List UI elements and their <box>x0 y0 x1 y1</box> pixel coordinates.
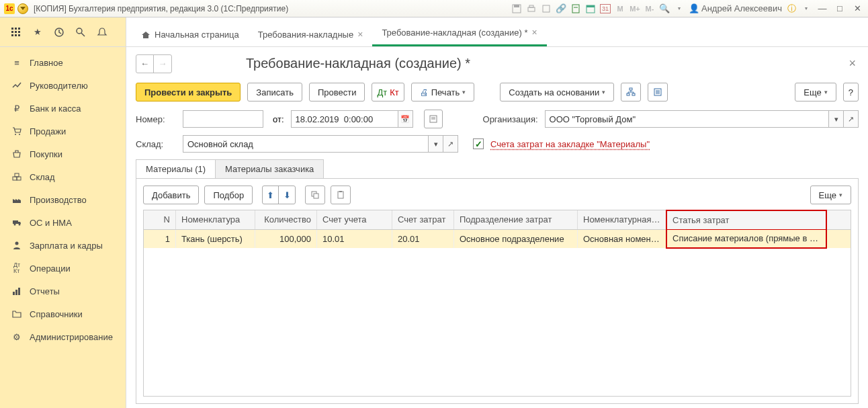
warehouse-field[interactable] <box>183 135 429 153</box>
tab-close-icon[interactable]: × <box>532 27 537 38</box>
dropdown-icon[interactable]: ▾ <box>429 135 443 153</box>
move-down-button[interactable]: ⬇ <box>279 186 295 204</box>
folder-icon <box>11 308 23 320</box>
create-on-basis-button[interactable]: Создать на основании▾ <box>500 83 614 101</box>
registry-button[interactable] <box>424 110 443 128</box>
print-icon[interactable] <box>526 3 537 14</box>
org-field[interactable] <box>545 110 829 128</box>
calendar-picker-icon[interactable]: 📅 <box>398 110 413 128</box>
svg-rect-15 <box>11 34 13 36</box>
add-button[interactable]: Добавить <box>143 186 199 204</box>
tab-home[interactable]: Начальная страница <box>132 21 249 46</box>
tab-close-icon[interactable]: × <box>357 29 363 40</box>
link-icon[interactable]: 🔗 <box>556 3 566 14</box>
col-header-cost-acc[interactable]: Счет затрат <box>392 210 454 229</box>
history-icon[interactable] <box>52 26 66 39</box>
svg-rect-10 <box>15 28 17 30</box>
sidebar-item-main[interactable]: ≡Главное <box>0 51 126 74</box>
save-icon[interactable] <box>511 3 522 14</box>
subtab-customer-materials[interactable]: Материалы заказчика <box>215 159 324 178</box>
open-icon[interactable]: ↗ <box>844 110 859 128</box>
sidebar-item-operations[interactable]: ДтКтОперации <box>0 257 126 280</box>
table-more-button[interactable]: Еще▾ <box>810 186 851 204</box>
zoom-dd-icon[interactable]: ▾ <box>674 3 685 14</box>
col-header-n[interactable]: N <box>144 210 176 229</box>
col-header-nom[interactable]: Номенклатура <box>176 210 255 229</box>
move-up-button[interactable]: ⬆ <box>263 186 279 204</box>
chart-icon <box>11 79 23 91</box>
post-button[interactable]: Провести <box>309 83 365 101</box>
boxes-icon <box>11 171 23 183</box>
help-button[interactable]: ? <box>843 83 859 101</box>
calendar-icon[interactable] <box>585 3 596 14</box>
tab-list-label: Требования-накладные <box>258 30 353 40</box>
window-title: [КОПИЯ] Бухгалтерия предприятия, редакци… <box>34 4 511 13</box>
write-button[interactable]: Записать <box>247 83 302 101</box>
number-field[interactable] <box>183 110 263 128</box>
col-header-st[interactable]: Статья затрат <box>666 210 827 230</box>
select-button[interactable]: Подбор <box>204 186 253 204</box>
m-icon[interactable]: M <box>615 3 625 14</box>
sidebar-item-catalogs[interactable]: Справочники <box>0 302 126 325</box>
m-minus-icon[interactable]: M- <box>644 3 655 14</box>
sidebar-item-manager[interactable]: Руководителю <box>0 74 126 97</box>
print-button[interactable]: 🖨Печать▾ <box>411 83 475 101</box>
sidebar-item-production[interactable]: Производство <box>0 188 126 211</box>
preview-icon[interactable] <box>541 3 552 14</box>
sidebar-item-assets[interactable]: ОС и НМА <box>0 211 126 234</box>
bell-icon[interactable] <box>95 26 109 39</box>
back-button[interactable]: ← <box>136 55 154 73</box>
tab-list[interactable]: Требования-накладные × <box>249 20 373 46</box>
sidebar-item-admin[interactable]: ⚙Администрирование <box>0 325 126 348</box>
forward-button[interactable]: → <box>154 55 171 73</box>
structure-button[interactable] <box>621 83 641 101</box>
cost-accounts-checkbox[interactable] <box>473 138 484 149</box>
user-display[interactable]: 👤Андрей Алексеевич <box>689 3 782 13</box>
svg-rect-9 <box>11 28 13 30</box>
sidebar-item-reports[interactable]: Отчеты <box>0 280 126 302</box>
app-menu-dropdown[interactable] <box>17 3 28 14</box>
sidebar-item-bank[interactable]: ₽Банк и касса <box>0 97 126 120</box>
home-icon <box>141 30 150 40</box>
svg-rect-13 <box>15 31 17 33</box>
list-button[interactable] <box>648 83 668 101</box>
star-icon[interactable]: ★ <box>31 26 44 39</box>
dtkt-button[interactable]: ДтКт <box>372 83 404 101</box>
search-icon[interactable] <box>74 26 87 39</box>
info-dd-icon[interactable]: ▾ <box>801 3 812 14</box>
page-title: Требование-накладная (создание) * <box>246 56 470 71</box>
col-header-acc[interactable]: Счет учета <box>317 210 392 229</box>
sidebar-item-warehouse[interactable]: Склад <box>0 165 126 188</box>
maximize-button[interactable]: □ <box>833 2 847 15</box>
svg-rect-16 <box>15 34 17 36</box>
zoom-icon[interactable]: 🔍 <box>659 3 670 14</box>
calendar-31-icon[interactable]: 31 <box>600 4 611 13</box>
date-field[interactable] <box>291 110 398 128</box>
minimize-button[interactable]: — <box>816 2 829 15</box>
col-header-ng[interactable]: Номенклатурная г... <box>578 210 666 229</box>
sidebar-item-purchases[interactable]: Покупки <box>0 142 126 165</box>
action-bar: Провести и закрыть Записать Провести ДтК… <box>136 83 859 101</box>
cost-accounts-link[interactable]: Счета затрат на закладке "Материалы" <box>490 139 650 149</box>
col-header-sub[interactable]: Подразделение затрат <box>454 210 578 229</box>
calc-icon[interactable] <box>570 3 581 14</box>
info-icon[interactable]: ⓘ <box>786 3 797 14</box>
tab-document[interactable]: Требование-накладная (создание) * × <box>372 18 546 46</box>
page-close-button[interactable]: × <box>846 54 859 73</box>
open-icon[interactable]: ↗ <box>443 135 458 153</box>
sidebar-item-sales[interactable]: Продажи <box>0 120 126 142</box>
apps-icon[interactable] <box>9 26 23 39</box>
paste-button[interactable] <box>331 186 351 204</box>
m-plus-icon[interactable]: M+ <box>630 3 640 14</box>
person-icon <box>11 239 23 251</box>
close-window-button[interactable]: ✕ <box>851 2 864 15</box>
dropdown-icon[interactable]: ▾ <box>829 110 844 128</box>
copy-button[interactable] <box>305 186 325 204</box>
table-row[interactable]: 1 Ткань (шерсть) 100,000 10.01 20.01 Осн… <box>144 230 851 248</box>
svg-rect-31 <box>15 290 17 295</box>
col-header-qty[interactable]: Количество <box>255 210 317 229</box>
more-button[interactable]: Еще▾ <box>795 83 836 101</box>
subtab-materials[interactable]: Материалы (1) <box>136 159 216 178</box>
sidebar-item-salary[interactable]: Зарплата и кадры <box>0 234 126 257</box>
post-and-close-button[interactable]: Провести и закрыть <box>136 83 241 101</box>
